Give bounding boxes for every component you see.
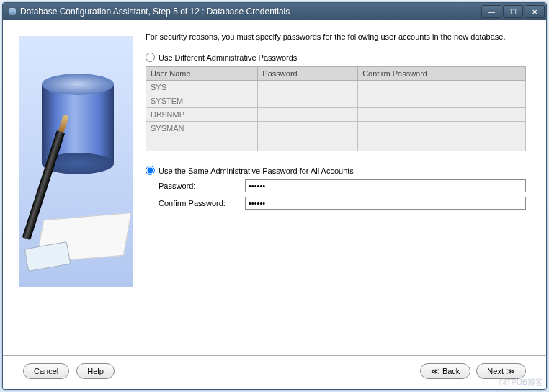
option-different-label: Use Different Administrative Passwords: [159, 53, 297, 62]
svg-point-2: [9, 12, 16, 15]
next-button[interactable]: Next ≫: [476, 363, 526, 379]
help-button[interactable]: Help: [76, 363, 115, 379]
back-button[interactable]: ≪ Back: [420, 363, 470, 379]
window-title: Database Configuration Assistant, Step 5…: [20, 6, 481, 17]
close-button[interactable]: ✕: [525, 5, 545, 18]
radio-same[interactable]: [146, 166, 155, 175]
cell-confirm: [358, 108, 526, 122]
table-row: SYSMAN: [146, 122, 526, 135]
wizard-banner-image: [19, 36, 133, 287]
chevron-left-icon: ≪: [431, 367, 439, 376]
cell-password: [258, 81, 358, 94]
table-row: [146, 135, 526, 151]
back-label: ack: [447, 367, 460, 375]
next-label: ext: [493, 367, 504, 375]
cell-user: SYSMAN: [146, 122, 258, 135]
maximize-button[interactable]: ☐: [503, 5, 523, 18]
confirm-password-input[interactable]: [245, 197, 526, 210]
cancel-button[interactable]: Cancel: [23, 363, 69, 379]
password-input[interactable]: [245, 179, 526, 192]
password-row: Password:: [159, 179, 526, 192]
radio-different[interactable]: [146, 53, 155, 62]
button-bar: Cancel Help ≪ Back Next ≫: [3, 355, 546, 389]
option-same-label: Use the Same Administrative Password for…: [159, 166, 354, 175]
cell-confirm: [358, 81, 526, 94]
col-confirm: Confirm Password: [358, 67, 526, 81]
chevron-right-icon: ≫: [506, 367, 515, 376]
titlebar: Database Configuration Assistant, Step 5…: [3, 3, 546, 20]
table-row: SYSTEM: [146, 94, 526, 108]
col-password: Password: [258, 67, 358, 81]
cell-password: [258, 108, 358, 122]
credentials-table: User Name Password Confirm Password SYS …: [146, 66, 526, 151]
col-user: User Name: [146, 67, 258, 81]
confirm-password-row: Confirm Password:: [159, 197, 526, 210]
option-different-passwords[interactable]: Use Different Administrative Passwords: [146, 53, 526, 62]
password-label: Password:: [159, 182, 245, 190]
cell-password: [258, 122, 358, 135]
cell-user: SYSTEM: [146, 94, 258, 108]
cell-confirm: [358, 122, 526, 135]
option-same-password[interactable]: Use the Same Administrative Password for…: [146, 166, 526, 175]
cell-user: DBSNMP: [146, 108, 258, 122]
minimize-button[interactable]: —: [481, 5, 501, 18]
cell-confirm: [358, 94, 526, 108]
content-area: For security reasons, you must specify p…: [3, 20, 546, 355]
dbca-window: Database Configuration Assistant, Step 5…: [2, 2, 547, 390]
cell-password: [258, 94, 358, 108]
app-icon: [7, 6, 17, 17]
cell-user: SYS: [146, 81, 258, 94]
main-panel: For security reasons, you must specify p…: [146, 30, 526, 355]
intro-text: For security reasons, you must specify p…: [146, 32, 526, 43]
table-row: SYS: [146, 81, 526, 94]
table-row: DBSNMP: [146, 108, 526, 122]
confirm-password-label: Confirm Password:: [159, 199, 245, 208]
window-controls: — ☐ ✕: [481, 5, 545, 18]
